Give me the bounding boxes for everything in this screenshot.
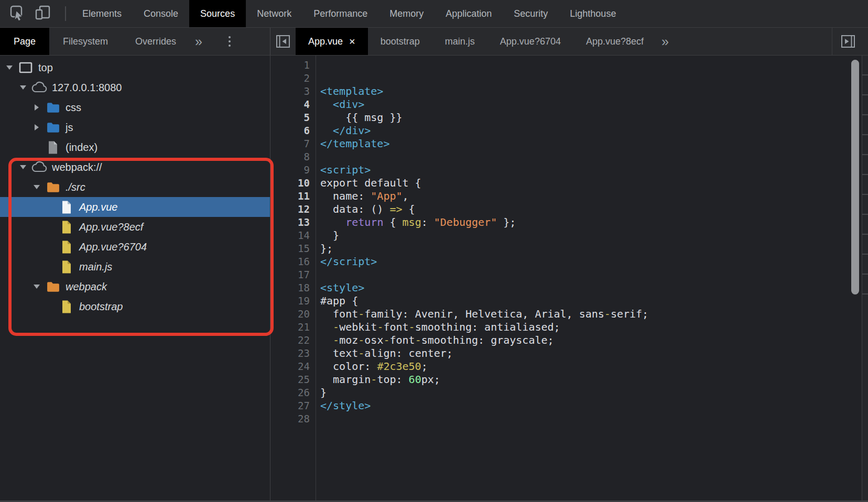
tree-down-arrow-icon[interactable] bbox=[18, 85, 28, 90]
line-number-16[interactable]: 16 bbox=[270, 255, 316, 268]
tab-lighthouse[interactable]: Lighthouse bbox=[559, 0, 627, 27]
inspect-element-icon[interactable] bbox=[9, 5, 25, 23]
tree-item-127-0-0-1-8080[interactable]: 127.0.0.1:8080 bbox=[0, 78, 270, 97]
sidebar-tab-overrides[interactable]: Overrides bbox=[122, 28, 190, 55]
tab-memory[interactable]: Memory bbox=[378, 0, 435, 27]
line-number-11[interactable]: 11 bbox=[270, 190, 316, 203]
code-line-16: </script> bbox=[320, 255, 868, 268]
line-number-21[interactable]: 21 bbox=[270, 321, 316, 334]
code-token: margin bbox=[320, 373, 371, 386]
line-number-3[interactable]: 3 bbox=[270, 85, 316, 98]
line-number-7[interactable]: 7 bbox=[270, 137, 316, 150]
sidebar-tab-page[interactable]: Page bbox=[0, 28, 49, 55]
line-number-gutter: 1234567891011121314151617181920212223242… bbox=[270, 56, 316, 502]
tree-down-arrow-icon[interactable] bbox=[4, 66, 15, 70]
sidebar-tab-filesystem[interactable]: Filesystem bbox=[49, 28, 122, 55]
line-number-8[interactable]: 8 bbox=[270, 150, 316, 163]
tree-item-app-vue-6704[interactable]: App.vue?6704 bbox=[0, 237, 270, 257]
line-number-17[interactable]: 17 bbox=[270, 268, 316, 281]
line-number-12[interactable]: 12 bbox=[270, 203, 316, 216]
line-number-19[interactable]: 19 bbox=[270, 294, 316, 308]
code-token: px; bbox=[421, 373, 440, 386]
editor-tab-main-js[interactable]: main.js bbox=[432, 28, 487, 55]
line-number-15[interactable]: 15 bbox=[270, 242, 316, 255]
line-number-24[interactable]: 24 bbox=[270, 360, 316, 373]
code-token: font bbox=[320, 308, 358, 320]
editor-tabs-overflow-icon[interactable]: » bbox=[656, 28, 674, 55]
line-number-20[interactable]: 20 bbox=[270, 308, 316, 321]
line-number-14[interactable]: 14 bbox=[270, 229, 316, 242]
tree-item-app-vue-8ecf[interactable]: App.vue?8ecf bbox=[0, 217, 270, 237]
line-number-6[interactable]: 6 bbox=[270, 124, 316, 137]
line-number-23[interactable]: 23 bbox=[270, 347, 316, 360]
tree-item-index[interactable]: (index) bbox=[0, 137, 270, 157]
tree-right-arrow-icon[interactable] bbox=[31, 124, 42, 130]
code-token: { bbox=[383, 216, 402, 228]
line-number-27[interactable]: 27 bbox=[270, 399, 316, 412]
line-number-13[interactable]: 13 bbox=[270, 216, 316, 229]
code-line-10: export default { bbox=[320, 177, 868, 190]
tree-item-css[interactable]: css bbox=[0, 97, 270, 117]
code-token: smoothing: grayscale; bbox=[421, 334, 554, 346]
code-token: data: () bbox=[320, 203, 389, 215]
show-debugger-icon[interactable] bbox=[836, 34, 861, 49]
code-token: serif; bbox=[611, 308, 648, 320]
tree-down-arrow-icon[interactable] bbox=[31, 185, 42, 189]
editor-tab-bootstrap[interactable]: bootstrap bbox=[368, 28, 432, 55]
editor-scrollbar[interactable] bbox=[851, 60, 859, 294]
tree-item-top[interactable]: top bbox=[0, 58, 270, 78]
tree-item-main-js[interactable]: main.js bbox=[0, 257, 270, 277]
device-toolbar-icon[interactable] bbox=[35, 5, 51, 23]
code-token: - bbox=[415, 334, 421, 346]
code-token: return bbox=[345, 216, 383, 228]
editor-tab-app-vue-8ecf[interactable]: App.vue?8ecf bbox=[573, 28, 656, 55]
tree-item-app-vue[interactable]: App.vue bbox=[0, 197, 270, 217]
tree-right-arrow-icon[interactable] bbox=[31, 104, 42, 111]
sidebar-tabs-overflow-icon[interactable]: » bbox=[190, 28, 208, 55]
code-token: - bbox=[333, 334, 339, 346]
code-token: font bbox=[389, 334, 415, 346]
tab-console[interactable]: Console bbox=[133, 0, 189, 27]
line-number-9[interactable]: 9 bbox=[270, 163, 316, 177]
tree-down-arrow-icon[interactable] bbox=[31, 285, 42, 289]
close-tab-icon[interactable]: × bbox=[349, 36, 355, 47]
line-number-4[interactable]: 4 bbox=[270, 98, 316, 111]
line-number-1[interactable]: 1 bbox=[270, 59, 316, 72]
code-line-8 bbox=[320, 150, 868, 163]
tab-performance[interactable]: Performance bbox=[302, 0, 378, 27]
line-number-2[interactable]: 2 bbox=[270, 72, 316, 85]
collapsed-debugger-strip[interactable] bbox=[862, 56, 868, 502]
editor-tab-label: App.vue?6704 bbox=[500, 36, 561, 47]
tab-elements[interactable]: Elements bbox=[71, 0, 133, 27]
tab-sources[interactable]: Sources bbox=[189, 0, 246, 27]
line-number-18[interactable]: 18 bbox=[270, 281, 316, 294]
tree-item-webpack[interactable]: webpack bbox=[0, 277, 270, 297]
tree-item-js[interactable]: js bbox=[0, 117, 270, 137]
editor-tab-label: main.js bbox=[445, 36, 475, 47]
line-number-26[interactable]: 26 bbox=[270, 386, 316, 399]
editor-tab-app-vue-6704[interactable]: App.vue?6704 bbox=[487, 28, 573, 55]
tree-down-arrow-icon[interactable] bbox=[18, 165, 28, 169]
line-number-10[interactable]: 10 bbox=[270, 177, 316, 190]
line-number-22[interactable]: 22 bbox=[270, 334, 316, 347]
code-token bbox=[320, 321, 333, 333]
hide-navigator-icon[interactable] bbox=[270, 28, 296, 55]
toolbar-icons bbox=[0, 0, 60, 27]
editor-tab-label: App.vue bbox=[308, 36, 343, 47]
tab-security[interactable]: Security bbox=[503, 0, 559, 27]
line-number-25[interactable]: 25 bbox=[270, 373, 316, 386]
code-token: - bbox=[383, 334, 389, 346]
tree-item-webpack[interactable]: webpack:// bbox=[0, 157, 270, 177]
tab-network[interactable]: Network bbox=[246, 0, 302, 27]
tree-item-src[interactable]: ./src bbox=[0, 177, 270, 197]
code-token: - bbox=[333, 321, 339, 333]
devtools-window: ElementsConsoleSourcesNetworkPerformance… bbox=[0, 0, 868, 502]
line-number-28[interactable]: 28 bbox=[270, 412, 316, 425]
editor-tab-app-vue[interactable]: App.vue× bbox=[296, 28, 368, 55]
tree-item-bootstrap[interactable]: bootstrap bbox=[0, 297, 270, 317]
more-options-icon[interactable] bbox=[223, 28, 236, 55]
code-line-26: } bbox=[320, 386, 868, 399]
line-number-5[interactable]: 5 bbox=[270, 111, 316, 124]
tab-application[interactable]: Application bbox=[435, 0, 503, 27]
code-token: <template> bbox=[320, 85, 383, 97]
